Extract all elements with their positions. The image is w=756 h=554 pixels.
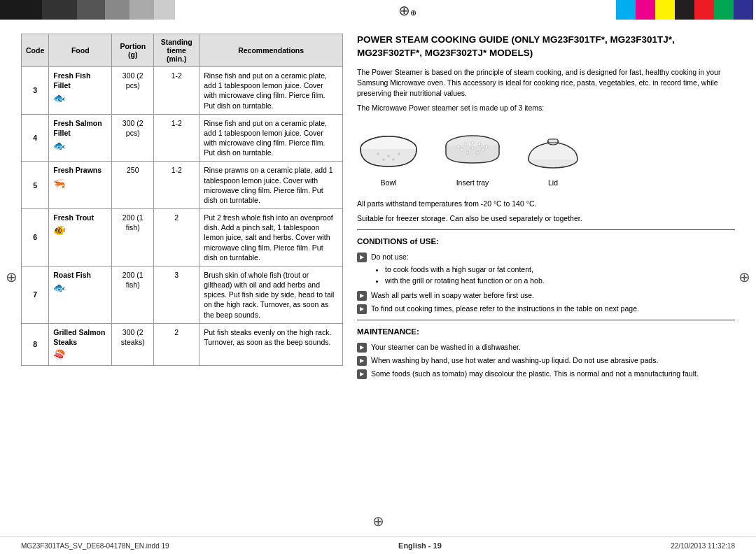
col-header-recommendations: Recommendations bbox=[200, 34, 343, 67]
swatch-magenta bbox=[636, 0, 655, 20]
table-cell-standing: 2 bbox=[154, 209, 200, 267]
swatch-gray2 bbox=[105, 0, 130, 20]
col-header-food: Food bbox=[49, 34, 112, 67]
table-row: 3Fresh Fish Fillet🐟300 (2 pcs)1-2Rinse f… bbox=[22, 67, 343, 115]
table-cell-food: Fresh Salmon Fillet🐟 bbox=[49, 114, 112, 162]
lid-label: Lid bbox=[548, 178, 558, 188]
diagram-tray: Insert tray bbox=[441, 125, 504, 188]
top-color-bar: ⊕ bbox=[0, 0, 756, 20]
freezer-note: Suitable for freezer storage. Can also b… bbox=[357, 213, 735, 224]
maint-text-1: Your steamer can be washed in a dishwash… bbox=[371, 342, 521, 353]
table-cell-portion: 200 (1 fish) bbox=[112, 209, 154, 267]
divider-conditions bbox=[357, 229, 735, 230]
table-cell-code: 8 bbox=[22, 323, 49, 365]
diagram-bowl: Bowl bbox=[357, 125, 420, 188]
temp-note: All parts withstand temperatures from -2… bbox=[357, 199, 735, 209]
intro-paragraph-2: The Microwave Power steamer set is made … bbox=[357, 103, 735, 113]
maintenance-list: ▶ Your steamer can be washed in a dishwa… bbox=[357, 342, 735, 379]
crosshair-top: ⊕ bbox=[398, 2, 414, 17]
table-cell-rec: Rinse fish and put on a ceramic plate, a… bbox=[200, 114, 343, 162]
table-cell-rec: Put fish steaks evenly on the high rack.… bbox=[200, 323, 343, 365]
table-cell-code: 3 bbox=[22, 67, 49, 115]
maint-icon-1: ▶ bbox=[357, 343, 367, 353]
table-cell-code: 6 bbox=[22, 209, 49, 267]
cook-times-icon: ▶ bbox=[357, 304, 367, 314]
svg-point-2 bbox=[377, 152, 379, 155]
col-header-standing: Standing tieme (min.) bbox=[154, 34, 200, 67]
cooking-table: Code Food Portion (g) Standing tieme (mi… bbox=[21, 34, 343, 366]
table-row: 4Fresh Salmon Fillet🐟300 (2 pcs)1-2Rinse… bbox=[22, 114, 343, 162]
table-row: 6Fresh Trout🐠200 (1 fish)2Put 2 fresh wh… bbox=[22, 209, 343, 267]
swatch-gray3 bbox=[130, 0, 154, 20]
table-row: 7Roast Fish🐟200 (1 fish)3Brush skin of w… bbox=[22, 266, 343, 323]
tray-label: Insert tray bbox=[456, 178, 489, 188]
table-cell-food: Roast Fish🐟 bbox=[49, 266, 112, 323]
right-panel: POWER STEAM COOKING GUIDE (ONLY MG23F301… bbox=[357, 34, 735, 523]
wash-note: Wash all parts well in soapy water befor… bbox=[371, 290, 534, 301]
tray-svg bbox=[441, 125, 504, 173]
maint-text-2: When washing by hand, use hot water and … bbox=[371, 355, 658, 366]
maintenance-item-2: ▶ When washing by hand, use hot water an… bbox=[357, 355, 735, 366]
table-cell-standing: 1-2 bbox=[154, 67, 200, 115]
svg-point-12 bbox=[485, 145, 488, 148]
footer-left: MG23F301TAS_SV_DE68-04178N_EN.indd 19 bbox=[21, 542, 169, 550]
table-cell-food: Fresh Trout🐠 bbox=[49, 209, 112, 267]
swatch-black3 bbox=[675, 0, 694, 20]
col-header-code: Code bbox=[22, 34, 49, 67]
svg-point-14 bbox=[471, 147, 474, 150]
main-content: Code Food Portion (g) Standing tieme (mi… bbox=[0, 20, 756, 537]
table-cell-code: 5 bbox=[22, 162, 49, 209]
swatch-blue bbox=[734, 0, 753, 20]
sub-bullets: to cook foods with a high sugar or fat c… bbox=[385, 264, 545, 286]
footer: MG23F301TAS_SV_DE68-04178N_EN.indd 19 En… bbox=[0, 537, 756, 554]
swatch-gray1 bbox=[77, 0, 105, 20]
svg-point-5 bbox=[382, 158, 385, 161]
svg-point-15 bbox=[482, 148, 484, 151]
maint-text-3: Some foods (such as tomato) may discolou… bbox=[371, 369, 699, 379]
svg-point-9 bbox=[464, 143, 467, 145]
right-crosshair-marker: ⊕ bbox=[738, 269, 750, 285]
swatch-black1 bbox=[0, 0, 42, 20]
swatch-yellow bbox=[655, 0, 675, 20]
condition-cook-times: ▶ To find out cooking times, please refe… bbox=[357, 304, 735, 314]
swatch-black2 bbox=[42, 0, 77, 20]
intro-paragraph-1: The Power Steamer is based on the princi… bbox=[357, 67, 735, 99]
table-cell-standing: 1-2 bbox=[154, 114, 200, 162]
table-cell-rec: Rinse fish and put on a ceramic plate, a… bbox=[200, 67, 343, 115]
table-cell-food: Fresh Fish Fillet🐟 bbox=[49, 67, 112, 115]
bottom-crosshair-marker: ⊕ bbox=[372, 513, 384, 530]
cook-times-note: To find out cooking times, please refer … bbox=[371, 304, 639, 314]
svg-point-17 bbox=[476, 151, 479, 154]
sub-bullet-2: with the grill or rotating heat function… bbox=[385, 276, 545, 286]
table-cell-portion: 300 (2 pcs) bbox=[112, 67, 154, 115]
condition-do-not-use: ▶ Do not use: to cook foods with a high … bbox=[357, 252, 735, 287]
items-diagram: Bowl bbox=[357, 125, 735, 188]
top-bar-right-swatches bbox=[616, 0, 756, 20]
maintenance-title: MAINTENANCE: bbox=[357, 326, 735, 338]
svg-rect-20 bbox=[548, 139, 558, 143]
table-cell-food: Grilled Salmon Steaks🍣 bbox=[49, 323, 112, 365]
svg-point-16 bbox=[466, 151, 469, 154]
table-cell-portion: 300 (2 steaks) bbox=[112, 323, 154, 365]
swatch-red bbox=[694, 0, 714, 20]
table-cell-code: 7 bbox=[22, 266, 49, 323]
col-header-portion: Portion (g) bbox=[112, 34, 154, 67]
do-not-use-icon: ▶ bbox=[357, 253, 367, 262]
table-cell-standing: 3 bbox=[154, 266, 200, 323]
table-cell-portion: 200 (1 fish) bbox=[112, 266, 154, 323]
svg-point-3 bbox=[387, 155, 390, 157]
footer-right: 22/10/2013 11:32:18 bbox=[671, 542, 735, 550]
bowl-label: Bowl bbox=[381, 178, 397, 188]
table-cell-standing: 1-2 bbox=[154, 162, 200, 209]
table-cell-rec: Rinse prawns on a ceramic plate, add 1 t… bbox=[200, 162, 343, 209]
maint-icon-2: ▶ bbox=[357, 356, 367, 366]
table-cell-food: Fresh Prawns🦐 bbox=[49, 162, 112, 209]
maintenance-item-1: ▶ Your steamer can be washed in a dishwa… bbox=[357, 342, 735, 353]
table-cell-portion: 250 bbox=[112, 162, 154, 209]
table-row: 8Grilled Salmon Steaks🍣300 (2 steaks)2Pu… bbox=[22, 323, 343, 365]
do-not-use-label: Do not use: bbox=[371, 253, 409, 261]
conditions-title: CONDITIONS of USE: bbox=[357, 236, 735, 248]
left-crosshair-marker: ⊕ bbox=[6, 269, 18, 285]
sub-bullet-1: to cook foods with a high sugar or fat c… bbox=[385, 264, 545, 275]
svg-point-4 bbox=[398, 152, 400, 155]
